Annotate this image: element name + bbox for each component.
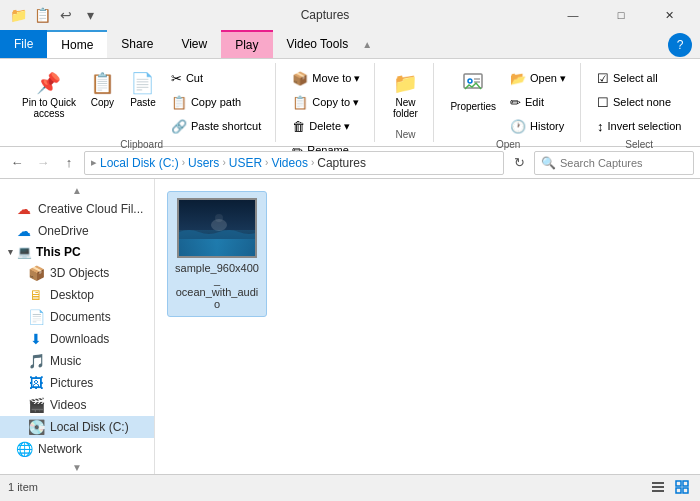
tab-file[interactable]: File	[0, 30, 47, 58]
open-group-inner: Properties 📂 Open ▾ ✏ Edit 🕐 History	[444, 63, 572, 137]
breadcrumb[interactable]: ▸ Local Disk (C:) › Users › USER › Video…	[84, 151, 504, 175]
select-group-label: Select	[625, 137, 653, 152]
minimize-button[interactable]: —	[550, 0, 596, 30]
copy-to-button[interactable]: 📋 Copy to ▾	[286, 91, 366, 113]
help-button[interactable]: ?	[668, 33, 692, 57]
tab-share[interactable]: Share	[107, 30, 167, 58]
bread-user[interactable]: USER	[229, 156, 262, 170]
paste-icon: 📄	[130, 71, 155, 95]
tb-icon-1[interactable]: 📋	[32, 5, 52, 25]
sidebar-label-documents: Documents	[50, 310, 111, 324]
video-thumb-content	[179, 200, 255, 256]
search-icon: 🔍	[541, 156, 556, 170]
svg-rect-14	[683, 488, 688, 493]
svg-rect-9	[652, 486, 664, 488]
ribbon-tab-bar: File Home Share View Play Video Tools ▲ …	[0, 30, 700, 59]
pin-to-quick-access-button[interactable]: 📌 Pin to Quickaccess	[16, 67, 82, 123]
3d-objects-icon: 📦	[28, 265, 44, 281]
svg-rect-12	[683, 481, 688, 486]
copy-button[interactable]: 📋 Copy	[84, 67, 121, 112]
this-pc-icon: 💻	[17, 245, 32, 259]
bread-videos[interactable]: Videos	[271, 156, 307, 170]
tb-dropdown[interactable]: ▾	[80, 5, 100, 25]
file-item-video[interactable]: sample_960x400_ocean_with_audio	[167, 191, 267, 317]
new-folder-icon: 📁	[393, 71, 418, 95]
history-button[interactable]: 🕐 History	[504, 115, 572, 137]
grid-view-button[interactable]	[672, 477, 692, 497]
window-controls: — □ ✕	[550, 0, 692, 30]
sidebar-item-music[interactable]: 🎵 Music	[0, 350, 154, 372]
organize-group-inner: 📦 Move to ▾ 📋 Copy to ▾ 🗑 Delete ▾ ✏ Ren…	[286, 63, 366, 161]
edit-button[interactable]: ✏ Edit	[504, 91, 572, 113]
scroll-up[interactable]: ▲	[0, 183, 154, 198]
tab-view[interactable]: View	[167, 30, 221, 58]
copy-to-icon: 📋	[292, 95, 308, 110]
cut-button[interactable]: ✂ Cut	[165, 67, 267, 89]
forward-button[interactable]: →	[32, 152, 54, 174]
up-button[interactable]: ↑	[58, 152, 80, 174]
sidebar-label-videos: Videos	[50, 398, 86, 412]
clipboard-group-label: Clipboard	[120, 137, 163, 152]
back-button[interactable]: ←	[6, 152, 28, 174]
scroll-down[interactable]: ▼	[0, 460, 154, 474]
sidebar-item-3d-objects[interactable]: 📦 3D Objects	[0, 262, 154, 284]
bread-local-disk[interactable]: Local Disk (C:)	[100, 156, 179, 170]
list-view-button[interactable]	[648, 477, 668, 497]
delete-button[interactable]: 🗑 Delete ▾	[286, 115, 366, 137]
select-all-icon: ☑	[597, 71, 609, 86]
tab-home[interactable]: Home	[47, 30, 107, 58]
copy-path-button[interactable]: 📋 Copy path	[165, 91, 267, 113]
sidebar-item-label-onedrive: OneDrive	[38, 224, 89, 238]
sidebar-item-pictures[interactable]: 🖼 Pictures	[0, 372, 154, 394]
tb-icon-2[interactable]: ↩	[56, 5, 76, 25]
videos-icon: 🎬	[28, 397, 44, 413]
sidebar-item-onedrive[interactable]: ☁ OneDrive	[0, 220, 154, 242]
svg-point-7	[215, 214, 223, 222]
paste-button[interactable]: 📄 Paste	[123, 67, 163, 112]
tab-play[interactable]: Play	[221, 30, 272, 58]
ribbon-group-organize: 📦 Move to ▾ 📋 Copy to ▾ 🗑 Delete ▾ ✏ Ren…	[278, 63, 375, 142]
sidebar-item-label-this-pc: This PC	[36, 245, 81, 259]
this-pc-arrow: ▾	[8, 247, 13, 257]
bread-users[interactable]: Users	[188, 156, 219, 170]
new-folder-button[interactable]: 📁 Newfolder	[385, 67, 425, 123]
ribbon-collapse-arrow[interactable]: ▲	[362, 39, 372, 50]
properties-button[interactable]: Properties	[444, 67, 502, 116]
copy-path-icon: 📋	[171, 95, 187, 110]
sidebar-label-pictures: Pictures	[50, 376, 93, 390]
pictures-icon: 🖼	[28, 375, 44, 391]
sidebar-item-videos[interactable]: 🎬 Videos	[0, 394, 154, 416]
desktop-icon: 🖥	[28, 287, 44, 303]
sidebar-item-creative-cloud[interactable]: ☁ Creative Cloud Fil...	[0, 198, 154, 220]
svg-rect-8	[652, 482, 664, 484]
sidebar-item-desktop[interactable]: 🖥 Desktop	[0, 284, 154, 306]
svg-point-1	[468, 79, 472, 83]
open-button[interactable]: 📂 Open ▾	[504, 67, 572, 89]
tab-video-tools[interactable]: Video Tools	[273, 30, 363, 58]
move-to-button[interactable]: 📦 Move to ▾	[286, 67, 366, 89]
ribbon: 📌 Pin to Quickaccess 📋 Copy 📄 Paste ✂ Cu…	[0, 59, 700, 147]
video-thumbnail	[177, 198, 257, 258]
new-group-inner: 📁 Newfolder	[385, 63, 425, 127]
paste-shortcut-button[interactable]: 🔗 Paste shortcut	[165, 115, 267, 137]
close-button[interactable]: ✕	[646, 0, 692, 30]
search-input[interactable]	[560, 157, 687, 169]
sidebar-label-network: Network	[38, 442, 82, 456]
maximize-button[interactable]: □	[598, 0, 644, 30]
select-all-button[interactable]: ☑ Select all	[591, 67, 687, 89]
creative-cloud-icon: ☁	[16, 201, 32, 217]
sidebar-item-network[interactable]: 🌐 Network	[0, 438, 154, 460]
move-to-icon: 📦	[292, 71, 308, 86]
sidebar-header-this-pc[interactable]: ▾ 💻 This PC	[0, 242, 154, 262]
title-bar-left-icons: 📁 📋 ↩ ▾	[8, 5, 100, 25]
sidebar-item-local-disk[interactable]: 💽 Local Disk (C:)	[0, 416, 154, 438]
ribbon-group-new: 📁 Newfolder New	[377, 63, 434, 142]
sidebar-item-downloads[interactable]: ⬇ Downloads	[0, 328, 154, 350]
sidebar-item-documents[interactable]: 📄 Documents	[0, 306, 154, 328]
refresh-button[interactable]: ↻	[508, 152, 530, 174]
copy-icon: 📋	[90, 71, 115, 95]
network-icon: 🌐	[16, 441, 32, 457]
select-group-inner: ☑ Select all ☐ Select none ↕ Invert sele…	[591, 63, 687, 137]
invert-selection-button[interactable]: ↕ Invert selection	[591, 115, 687, 137]
select-none-button[interactable]: ☐ Select none	[591, 91, 687, 113]
